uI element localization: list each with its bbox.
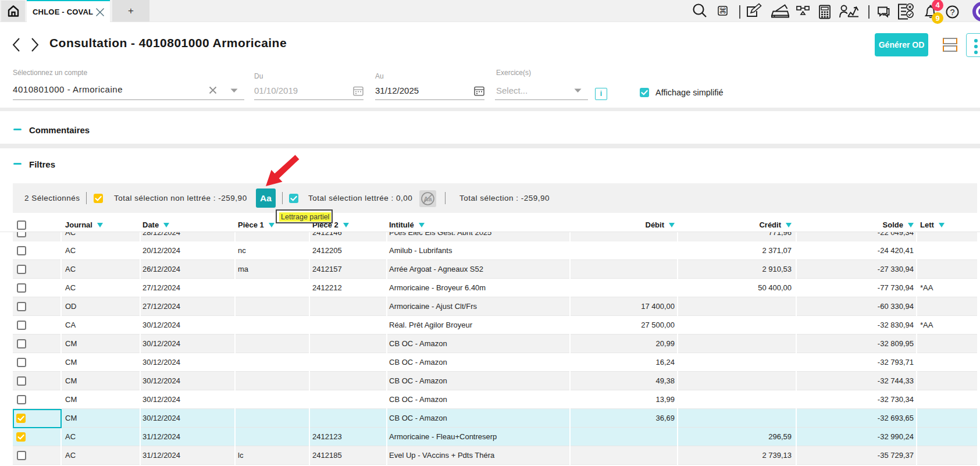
svg-text:⌘: ⌘: [719, 6, 726, 15]
svg-text:?: ?: [950, 8, 954, 17]
